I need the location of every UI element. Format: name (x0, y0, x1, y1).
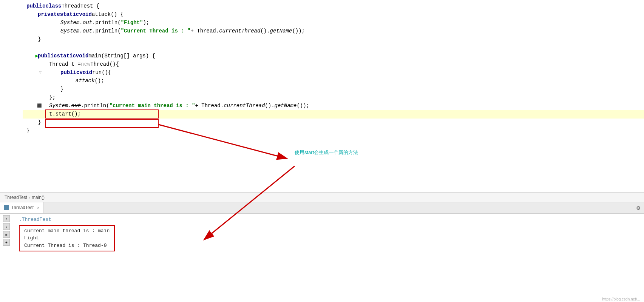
gutter-9: ▽ (23, 69, 45, 77)
kw-class-1: class (45, 2, 61, 11)
gutter-15 (23, 119, 45, 127)
code-line-7: ▶ ▽ public static void main(String[] arg… (23, 52, 644, 60)
out-strike-13: out (71, 102, 81, 110)
gutter-10 (23, 77, 45, 85)
tab-icon (4, 205, 9, 210)
scroll-up-button[interactable]: ↑ (3, 215, 10, 222)
concat-4: + Thread. (191, 27, 219, 35)
annotation-text: 使用start会生成一个新的方法 (295, 149, 358, 156)
console-line-2: Fight (24, 234, 110, 242)
currentthread-4: currentThread (219, 27, 260, 35)
str-fight: "Fight" (121, 19, 143, 27)
breadcrumb-part1: ThreadTest (5, 195, 27, 200)
kw-public-9: public (60, 69, 79, 77)
gutter-13: ⬛ (23, 102, 45, 110)
breadcrumb-part2: main() (32, 195, 45, 200)
getname-13: getName (275, 102, 297, 110)
code-line-15: } (23, 119, 644, 127)
attack-paren: (); (94, 77, 104, 85)
list-button[interactable]: ≡ (3, 231, 10, 238)
code-line-10: attack(); (23, 77, 644, 85)
breadcrumb-sep: › (29, 195, 30, 200)
kw-new-8: new (81, 60, 90, 69)
out-3: out (83, 19, 92, 27)
out-4: out (83, 27, 92, 35)
code-line-12: }; (23, 94, 644, 102)
tab-gear-button[interactable]: ⚙ (633, 202, 644, 213)
tab-threadtest[interactable]: ThreadTest × (0, 202, 43, 213)
gutter-1: ▽ (23, 2, 45, 11)
gutter-6 (23, 44, 45, 52)
tab-close[interactable]: × (37, 205, 39, 210)
code-line-11: } (23, 85, 644, 94)
gutter-5 (23, 35, 45, 44)
main-sig: main(String[] args) { (88, 52, 155, 60)
kw-void-2: void (79, 11, 92, 19)
add-button[interactable]: + (3, 239, 10, 246)
code-line-3: System.out.println("Fight"); (23, 19, 644, 27)
code-line-13: ⬛ System.out.println("current main threa… (23, 102, 644, 110)
sysout-13: System. (49, 102, 71, 110)
sysout-4: System. (60, 27, 83, 35)
attack-call: attack (76, 77, 94, 85)
console-class-line: .ThreadTest (19, 216, 640, 223)
tstart: t.start(); (49, 110, 81, 119)
kw-static-2: static (60, 11, 79, 19)
console-line-3: Current Thread is : Thread-0 (24, 242, 110, 250)
code-line-2: ▽ private static void attack() { (23, 11, 644, 19)
gutter-2: ▽ (23, 11, 45, 19)
gutter-14 (23, 110, 45, 119)
code-line-8: Thread t = new Thread(){ (23, 60, 644, 69)
kw-void-7: void (76, 52, 89, 60)
tab-bar: ThreadTest × ⚙ (0, 202, 644, 214)
code-line-14: t.start(); (23, 110, 644, 119)
code-line-16: } (23, 127, 644, 135)
println-4: .println( (92, 27, 121, 35)
console-area: .ThreadTest current main thread is : mai… (0, 214, 644, 302)
code-content: ▽ public class ThreadTest { ▽ private st… (0, 0, 644, 137)
code-line-4: System.out.println("Current Thread is : … (23, 27, 644, 35)
println-3: .println( (92, 19, 121, 27)
thread-decl: Thread t = (49, 60, 81, 69)
gutter-3 (23, 19, 45, 27)
editor-area: ▽ public class ThreadTest { ▽ private st… (0, 0, 644, 193)
paren-13: (). (265, 102, 274, 110)
console-left-buttons: ↑ ↓ ≡ + (3, 215, 10, 246)
console-class-text: .ThreadTest (19, 217, 51, 222)
concat-13: + Thread. (195, 102, 224, 110)
code-line-5: } (23, 35, 644, 44)
method-attack: attack() { (92, 11, 124, 19)
gutter-11 (23, 85, 45, 94)
console-output-box: current main thread is : main Fight Curr… (19, 225, 115, 252)
str-mainthread: "current main thread is : " (110, 102, 195, 110)
kw-static-7: static (57, 52, 76, 60)
gutter-4 (23, 27, 45, 35)
breadcrumb-bar: ThreadTest › main() (0, 193, 644, 202)
bottom-url: https://blog.csdn.net/... (602, 297, 640, 301)
brace-close-11: } (60, 85, 63, 94)
run-sig: run(){ (92, 69, 111, 77)
close-13: ()); (297, 102, 309, 110)
class-name-1: ThreadTest { (61, 2, 99, 11)
thread-new: Thread(){ (90, 60, 119, 69)
sysout-3: System. (60, 19, 83, 27)
kw-void-9: void (79, 69, 92, 77)
code-line-6 (23, 44, 644, 52)
scroll-down-button[interactable]: ↓ (3, 223, 10, 230)
getname-4: getName (270, 27, 292, 35)
paren-4: (). (260, 27, 270, 35)
tab-label: ThreadTest (11, 205, 34, 210)
brace-close-12: }; (49, 94, 56, 102)
code-line-1: ▽ public class ThreadTest { (23, 2, 644, 11)
gutter-7: ▶ ▽ (23, 52, 45, 60)
gutter-12 (23, 94, 45, 102)
code-line-9: ▽ public void run(){ (23, 69, 644, 77)
str-current-thread: "Current Thread is : " (121, 27, 191, 35)
console-line-1: current main thread is : main (24, 227, 110, 235)
tab-spacer (43, 202, 633, 213)
close-4: ()); (292, 27, 305, 35)
gutter-8 (23, 60, 45, 69)
currentthread-13: currentThread (224, 102, 265, 110)
paren-close-3: ); (143, 19, 149, 27)
gutter-16 (23, 127, 45, 135)
